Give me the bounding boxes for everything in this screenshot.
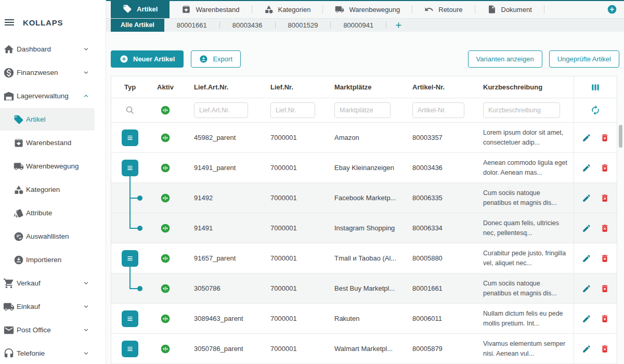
kurzbeschreibung-cell: Cum sociis natoque penatibus et magnis d…	[476, 188, 574, 208]
active-filter-icon[interactable]	[160, 105, 171, 115]
tab-divider	[544, 5, 544, 14]
tab-warenbestand[interactable]: Warenbestand	[170, 1, 251, 18]
sidebar-item-lagerverwaltung[interactable]: Lagerverwaltung	[0, 84, 106, 108]
active-status-icon[interactable]	[160, 133, 171, 143]
column-header-kurzbeschreibung[interactable]: Kurzbeschreibung	[476, 83, 574, 91]
sidebar-item-warenbestand[interactable]: Warenbestand	[0, 131, 106, 154]
delete-icon[interactable]	[600, 224, 609, 233]
artikel-nr-cell: 80001661	[406, 284, 476, 292]
edit-icon[interactable]	[582, 224, 591, 233]
active-status-icon[interactable]	[160, 314, 171, 324]
edit-icon[interactable]	[582, 193, 591, 203]
sidebar-item-post-office[interactable]: Post Office	[0, 318, 106, 342]
aktiv-cell	[149, 133, 182, 143]
sidebar-item-dashboard[interactable]: Dashboard	[0, 37, 106, 61]
sidebar-item-attribute[interactable]: Attribute	[0, 201, 106, 225]
delete-icon[interactable]	[600, 193, 609, 203]
undo-icon	[424, 5, 434, 14]
tab-artikel[interactable]: Artikel	[111, 0, 170, 18]
menu-icon[interactable]	[3, 16, 16, 29]
lief-art-nr-cell: 3050786	[182, 284, 263, 292]
sidebar-item-label: Kategorien	[26, 186, 60, 193]
article-type-button[interactable]	[122, 310, 138, 327]
article-tab-80000941[interactable]: 80000941	[331, 19, 386, 32]
column-header-artikel-nr[interactable]: Artikel-Nr.	[406, 83, 476, 91]
sidebar-item-kategorien[interactable]: Kategorien	[0, 178, 106, 201]
refresh-icon[interactable]	[590, 105, 601, 115]
active-status-icon[interactable]	[160, 163, 171, 173]
export-button[interactable]: Export	[191, 50, 241, 68]
edit-icon[interactable]	[582, 344, 591, 354]
article-type-button[interactable]	[122, 250, 138, 267]
sidebar-nav: Dashboard Finanzwesen Lagerverwaltung Ar…	[0, 37, 106, 364]
active-status-icon[interactable]	[160, 344, 171, 354]
delete-icon[interactable]	[600, 284, 609, 293]
marktplatz-cell: Instagram Shopping	[328, 224, 406, 232]
show-variants-button[interactable]: Varianten anzeigen	[468, 50, 542, 68]
table-row: 91492 7000001 Facebook Marketp... 800063…	[111, 183, 617, 213]
sidebar-item-warenbewegung[interactable]: Warenbewegung	[0, 154, 106, 178]
column-header-lief-art-nr[interactable]: Lief.Art.Nr.	[182, 83, 263, 91]
article-tab-80003436[interactable]: 80003436	[220, 19, 275, 32]
delete-icon[interactable]	[600, 344, 609, 354]
scrollbar-thumb[interactable]	[619, 125, 622, 148]
tab-dokument[interactable]: Dokument	[475, 1, 544, 18]
tab-label: 80001529	[288, 21, 318, 29]
article-tab-80001661[interactable]: 80001661	[164, 19, 219, 32]
delete-icon[interactable]	[600, 314, 609, 323]
edit-icon[interactable]	[582, 133, 591, 142]
table-row: 91491 7000001 Instagram Shopping 8000633…	[111, 213, 617, 243]
unchecked-articles-button[interactable]: Ungeprüfte Artikel	[549, 50, 619, 68]
chevron-down-icon	[82, 349, 90, 357]
filter-kurzbeschreibung-input[interactable]	[483, 102, 560, 118]
article-tab-alle-artikel[interactable]: Alle Artikel	[111, 19, 164, 32]
sidebar-item-importieren[interactable]: Importieren	[0, 248, 106, 271]
primary-tabbar: Artikel Warenbestand Kategorien Warenbew…	[106, 1, 624, 19]
edit-icon[interactable]	[582, 254, 591, 263]
aktiv-cell	[149, 223, 182, 233]
article-type-button[interactable]	[122, 160, 138, 176]
search-icon[interactable]	[125, 105, 135, 115]
new-article-button[interactable]: Neuer Artikel	[111, 50, 184, 68]
sidebar-item-verkauf[interactable]: Verkauf	[0, 271, 106, 295]
filter-lief-nr-input[interactable]	[270, 102, 315, 118]
column-header-lief-nr[interactable]: Lief.Nr.	[263, 83, 328, 91]
filter-artikel-nr-input[interactable]	[412, 102, 464, 118]
column-header-aktiv[interactable]: Aktiv	[149, 83, 182, 91]
active-status-icon[interactable]	[160, 193, 171, 203]
filter-marktplaetze-input[interactable]	[334, 102, 391, 118]
columns-icon[interactable]	[590, 82, 601, 93]
tab-warenbewegung[interactable]: Warenbewegung	[323, 1, 412, 18]
table-row: 45982_parent 7000001 Amazon 80003357 Lor…	[111, 123, 617, 153]
lief-art-nr-cell: 3089463_parent	[182, 315, 263, 322]
edit-icon[interactable]	[582, 314, 591, 323]
sidebar-item-label: Auswahllisten	[26, 232, 69, 240]
edit-icon[interactable]	[582, 284, 591, 293]
sidebar-item-einkauf[interactable]: Einkauf	[0, 295, 106, 318]
filter-lief-art-nr-input[interactable]	[194, 102, 248, 118]
article-type-button[interactable]	[122, 129, 138, 146]
tab-retoure[interactable]: Retoure	[412, 1, 474, 18]
article-type-button[interactable]	[122, 341, 138, 357]
delete-icon[interactable]	[600, 254, 609, 263]
edit-icon[interactable]	[582, 163, 591, 173]
active-status-icon[interactable]	[160, 223, 171, 233]
column-header-typ[interactable]: Typ	[111, 83, 149, 91]
delete-icon[interactable]	[600, 133, 609, 142]
tab-kategorien[interactable]: Kategorien	[252, 1, 323, 18]
active-status-icon[interactable]	[160, 253, 171, 264]
lief-nr-cell: 7000001	[263, 254, 328, 262]
add-tab-icon[interactable]	[607, 4, 617, 15]
main-area: Neuer Artikel Export Varianten anzeigen …	[106, 32, 624, 364]
sidebar-item-label: Artikel	[26, 115, 46, 123]
article-tab-80001529[interactable]: 80001529	[276, 19, 331, 32]
sidebar-item-telefonie[interactable]: Telefonie	[0, 342, 106, 364]
active-status-icon[interactable]	[160, 283, 171, 294]
sidebar-item-label: Finanzwesen	[17, 69, 58, 76]
column-header-marktplaetze[interactable]: Marktplätze	[328, 83, 406, 91]
delete-icon[interactable]	[600, 163, 609, 173]
add-article-tab-icon[interactable]	[394, 21, 403, 30]
sidebar-item-artikel[interactable]: Artikel	[0, 108, 106, 131]
sidebar-item-auswahllisten[interactable]: Auswahllisten	[0, 225, 106, 248]
sidebar-item-finanzwesen[interactable]: Finanzwesen	[0, 61, 106, 84]
